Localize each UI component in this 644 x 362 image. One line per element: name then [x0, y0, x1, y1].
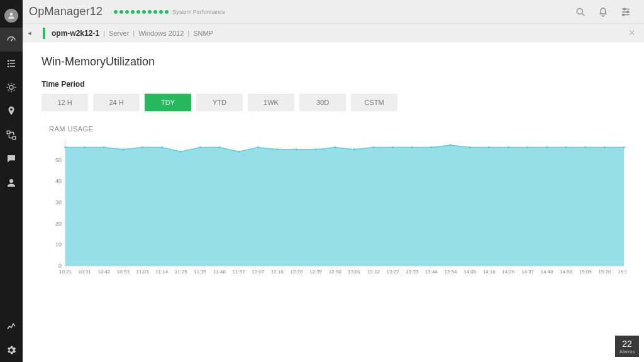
svg-point-48 — [450, 144, 452, 146]
time-period-row: 12 H24 HTDYYTD1WK30DCSTM — [42, 94, 631, 111]
svg-rect-3 — [8, 63, 9, 64]
svg-point-44 — [372, 146, 375, 149]
alarm-counter[interactable]: 22 Alarms — [615, 336, 639, 357]
svg-text:11:57: 11:57 — [233, 269, 246, 275]
sliders-icon[interactable] — [616, 3, 635, 21]
svg-text:14:48: 14:48 — [541, 269, 554, 275]
svg-point-34 — [180, 150, 182, 153]
svg-point-55 — [584, 146, 587, 149]
alarm-label: Alarms — [619, 349, 635, 354]
system-performance-label: System Performance — [172, 9, 225, 15]
svg-point-28 — [64, 146, 67, 149]
period-button-1wk[interactable]: 1WK — [248, 94, 294, 111]
svg-text:11:14: 11:14 — [155, 269, 169, 275]
svg-text:13:12: 13:12 — [367, 269, 380, 275]
period-button-24h[interactable]: 24 H — [93, 94, 140, 111]
svg-text:10:31: 10:31 — [79, 269, 92, 275]
svg-rect-9 — [13, 136, 16, 140]
svg-point-38 — [257, 146, 259, 149]
svg-text:30: 30 — [55, 199, 62, 206]
period-button-ytd[interactable]: YTD — [196, 94, 243, 111]
svg-point-57 — [623, 146, 625, 149]
svg-point-46 — [411, 146, 413, 149]
bell-icon[interactable] — [594, 3, 613, 21]
chat-icon[interactable] — [0, 147, 23, 171]
svg-point-11 — [623, 8, 625, 10]
svg-text:14:26: 14:26 — [502, 269, 515, 275]
breadcrumb-bar: ◂ opm-w2k12-1 | Server | Windows 2012 | … — [23, 24, 644, 43]
svg-text:15:09: 15:09 — [579, 269, 592, 275]
svg-rect-1 — [8, 60, 9, 62]
svg-point-29 — [84, 146, 86, 149]
svg-rect-5 — [8, 66, 9, 67]
svg-text:12:18: 12:18 — [271, 269, 284, 275]
svg-point-42 — [334, 146, 336, 149]
svg-point-12 — [627, 11, 629, 13]
alarm-count: 22 — [622, 339, 632, 349]
svg-point-53 — [546, 146, 548, 149]
svg-point-41 — [314, 148, 317, 151]
user-icon[interactable] — [0, 171, 23, 195]
left-nav-sidebar — [0, 0, 23, 362]
svg-text:12:50: 12:50 — [329, 269, 342, 275]
svg-point-33 — [160, 146, 163, 149]
svg-text:11:25: 11:25 — [175, 269, 188, 275]
svg-text:10: 10 — [55, 241, 62, 248]
reports-icon[interactable] — [0, 314, 23, 338]
svg-text:11:46: 11:46 — [213, 269, 226, 275]
breadcrumb-host: opm-w2k12-1 — [52, 29, 99, 38]
svg-point-10 — [577, 8, 582, 14]
network-icon[interactable] — [0, 123, 23, 147]
svg-text:10:42: 10:42 — [97, 269, 111, 275]
breadcrumb-os: Windows 2012 — [138, 30, 184, 37]
svg-text:0: 0 — [58, 263, 62, 269]
breadcrumb-type: Server — [109, 30, 129, 37]
dashboard-icon[interactable] — [0, 28, 23, 52]
svg-rect-6 — [10, 66, 15, 67]
search-icon[interactable] — [571, 3, 590, 21]
svg-point-43 — [353, 148, 356, 151]
svg-text:20: 20 — [55, 221, 62, 227]
time-period-label: Time Period — [42, 80, 631, 89]
chart-title: RAM USAGE — [49, 125, 631, 133]
page-title: Win-MemoryUtilization — [42, 55, 631, 69]
svg-point-39 — [276, 148, 279, 151]
period-button-cstm[interactable]: CSTM — [351, 94, 397, 111]
svg-point-7 — [9, 85, 13, 89]
period-button-12h[interactable]: 12 H — [42, 94, 88, 111]
svg-rect-2 — [10, 60, 15, 62]
svg-text:12:28: 12:28 — [290, 269, 303, 275]
svg-text:15:30: 15:30 — [618, 269, 626, 275]
svg-point-35 — [199, 146, 202, 149]
svg-rect-4 — [10, 63, 15, 64]
breadcrumb-back-icon[interactable]: ◂ — [28, 29, 36, 37]
svg-point-52 — [526, 146, 529, 149]
svg-text:15:20: 15:20 — [598, 269, 611, 275]
svg-text:12:07: 12:07 — [252, 269, 265, 275]
settings-icon[interactable] — [0, 338, 23, 362]
period-button-tdy[interactable]: TDY — [145, 94, 191, 111]
svg-point-31 — [122, 148, 125, 151]
avatar-icon[interactable] — [0, 4, 23, 28]
location-icon[interactable] — [0, 99, 23, 123]
ram-usage-chart: 0102030405010:2110:3110:4210:5311:0311:1… — [42, 136, 631, 281]
svg-text:11:35: 11:35 — [194, 269, 207, 275]
svg-point-45 — [392, 146, 394, 149]
svg-text:14:16: 14:16 — [483, 269, 496, 275]
list-icon[interactable] — [0, 52, 23, 75]
close-icon[interactable]: × — [628, 26, 635, 40]
svg-text:12:39: 12:39 — [309, 269, 323, 275]
breadcrumb-proto: SNMP — [193, 30, 213, 37]
svg-point-30 — [103, 146, 105, 149]
svg-point-40 — [296, 148, 298, 151]
svg-point-56 — [604, 146, 606, 149]
svg-text:14:58: 14:58 — [560, 269, 573, 275]
svg-point-13 — [623, 14, 625, 16]
period-button-30d[interactable]: 30D — [299, 94, 346, 111]
svg-point-47 — [430, 146, 433, 149]
svg-point-51 — [507, 146, 509, 149]
svg-point-32 — [142, 146, 144, 149]
svg-text:13:54: 13:54 — [444, 269, 457, 275]
alerts-icon[interactable] — [0, 75, 23, 99]
svg-text:14:37: 14:37 — [521, 269, 535, 275]
